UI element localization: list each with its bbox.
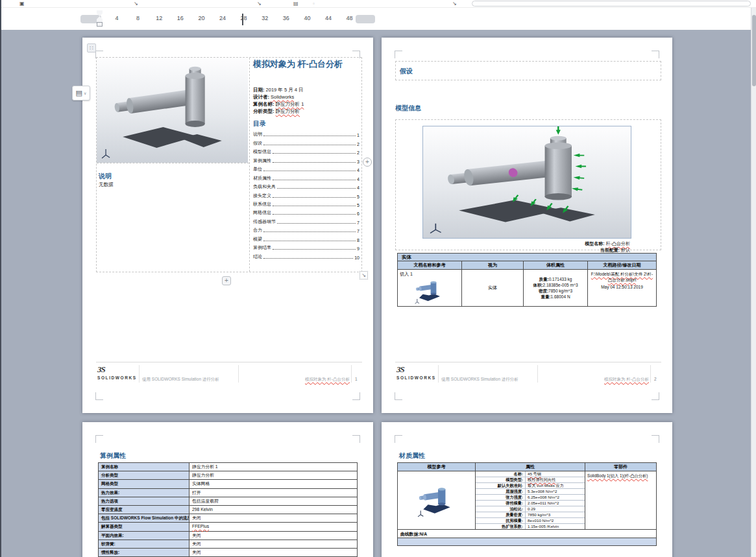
study-property-value: 关闭 [189,514,357,522]
study-property-label: 平面内效果: [99,532,189,539]
material-properties-table: 模型参考属性零部件 [397,462,657,546]
toc-entry[interactable]: 接头定义 5 [253,190,360,198]
toc-entry-page: 7 [357,220,360,225]
material-property-row: 弹性模量: 2.05e+011 N/m^2 [476,501,585,506]
toc-heading: 目录 [253,119,266,128]
toc-entry-page: 8 [357,238,360,243]
chrome-icon[interactable]: ▫ [313,0,315,7]
toc-leader [273,206,356,206]
toc-entry[interactable]: 材质属性 4 [253,172,360,181]
toc-leader [263,171,356,171]
material-properties-cell: 名称: 45 号钢 模型类型: 线性弹性同向性 默认失败准则: 最大 von M… [476,471,585,529]
toc-entry[interactable]: 合力 7 [253,225,360,233]
toc-entry-page: 1 [357,133,360,137]
toc-entry[interactable]: 负载和夹具 4 [253,182,360,190]
table-resize-handle[interactable]: ↘ [360,271,368,279]
solid-bodies-table: 实体 文档名称和参考视为体积属性文档路径/修改日期 切入 1 [397,253,657,307]
toc-entry-page: 2 [357,150,360,155]
material-property-label: 热扩张系数: [476,524,525,529]
solidworks-logo-text: SOLIDWORKS [97,375,137,380]
study-property-label: 惯性释放: [99,549,189,556]
vertical-scrollbar[interactable] [751,8,756,557]
material-property-row: 默认失败准则: 最大 von Mises 应力 [476,483,585,489]
toc-leader [273,249,356,250]
model-name-block: 模型名称: 杆-凸台分析 当前配置: 默认 [585,241,630,253]
chrome-icon[interactable]: ▣ [19,0,25,7]
toc-entry-label: 接头定义 [253,193,271,199]
insert-column-button[interactable]: + [363,158,372,167]
ruler-number: 4 [110,15,123,21]
study-property-row: 网格类型 实体网格 [99,480,357,488]
toc-entry-label: 合力 [253,227,262,233]
search-bar[interactable] [472,1,751,6]
toc-entry-page: 2 [357,142,360,147]
chrome-icon[interactable]: ▤ [293,0,299,7]
solidworks-logo-text: SOLIDWORKS [396,375,436,380]
footer-doc-title: 模拟对象为 杆-凸台分析 [604,377,649,383]
volumetric-properties-cell: 质量:0.171433 kg体积:2.18385e-005 m^3密度:7850… [524,270,588,306]
study-property-label: 热力效果: [99,489,189,497]
material-property-row: 热扩张系数: 1.15e-005 /Kelvin [476,524,585,529]
table-header-cell: 视为 [462,261,524,269]
toc-entry[interactable]: 横梁 8 [253,233,360,242]
material-property-label: 屈服强度: [476,489,525,494]
component-reference: SolidBody 1(切入 1)(杆-凸台分析) [587,473,648,478]
material-property-value: 最大 von Mises 应力 [525,483,585,488]
paragraph-layout-button[interactable]: ▤ ∨ [72,86,90,101]
toc-entry[interactable]: 算例结果 9 [253,243,360,251]
material-property-value: 5.3e+008 N/m^2 [525,489,585,494]
document-path-cell: F:\Models\装配 杆分析\文件 2\杆-凸台分析.sldprt May … [588,270,656,306]
study-property-row: 热力选项 包括温度载荷 [99,497,357,506]
ruler-number: 20 [195,15,208,21]
left-indent-marker[interactable] [97,22,103,27]
page-footer: ЗS SOLIDWORKS 使用 SOLIDWORKS Simulation 进… [395,362,661,385]
toc-entry[interactable]: 结论 10 [253,251,360,259]
solid-bodies-row: 切入 1 [398,270,656,306]
meta-date: 日期: 2019 年 5 月 4 日 [253,86,304,93]
model-image-fixtures[interactable] [422,126,631,239]
model-image[interactable] [97,58,248,163]
toc-entry[interactable]: 说明 1 [253,129,360,137]
toc-entry[interactable]: 网格信息 6 [253,207,360,216]
chrome-icon[interactable]: ↘ [452,0,457,7]
volumetric-line: 密度:7850 kg/m^3 [539,288,572,294]
material-property-row: 质量密度: 7850 kg/m^3 [476,512,585,518]
toc-entry[interactable]: 算例属性 3 [253,155,360,163]
study-property-row: 热力效果: 打开 [99,489,357,497]
next-section-band [398,538,656,545]
toc-leader [277,223,356,224]
toc-leader [263,258,353,259]
toc-entry-page: 3 [357,160,360,164]
toc-leader [273,197,356,198]
toc-entry[interactable]: 假设 2 [253,137,360,146]
insert-row-button[interactable]: + [222,276,231,285]
chrome-icon[interactable]: ↘ [134,0,138,7]
toc-entry-page: 7 [357,229,360,233]
toc-entry-label: 传感器细节 [253,219,276,225]
material-property-row: 泊松比: 0.29 [476,506,585,512]
table-header-cell: 文档路径/修改日期 [588,261,656,269]
chrome-icon[interactable]: ↘ [257,0,262,7]
toc-entry[interactable]: 模型信息 2 [253,147,360,155]
toc-leader [263,145,356,145]
description-heading: 说明 [99,172,112,181]
volumetric-line: 质量:0.171433 kg [539,276,572,282]
study-property-label: 算例名称 [99,463,189,471]
footer-page-number: 1 [355,377,358,381]
toc-entry-label: 假设 [253,140,262,147]
toc-leader [277,188,356,189]
study-property-label: 分析类型 [99,471,189,479]
page-4: 材质属性 模型参考属性零部件 [382,422,672,557]
toc-entry[interactable]: 联系信息 5 [253,199,360,207]
study-properties-table: 算例名称 静应力分析 1 分析类型 静应力分析 网格类型 实体网格 热力效果: … [98,462,358,557]
toc-entry-label: 单位 [253,166,262,172]
toc-entry[interactable]: 单位 4 [253,164,360,172]
material-property-value: 2.05e+011 N/m^2 [525,501,585,506]
scrollbar-thumb[interactable] [752,15,756,86]
study-property-label: 包括 SOLIDWORKS Flow Simulation 中的流压效应 [99,514,189,522]
toc-entry[interactable]: 传感器细节 7 [253,216,360,224]
study-property-value: 静应力分析 [189,471,357,479]
study-property-value: 关闭 [189,549,357,556]
material-row: 名称: 45 号钢 模型类型: 线性弹性同向性 默认失败准则: 最大 von M… [398,471,656,530]
table-move-handle[interactable]: ∷ [87,43,96,53]
